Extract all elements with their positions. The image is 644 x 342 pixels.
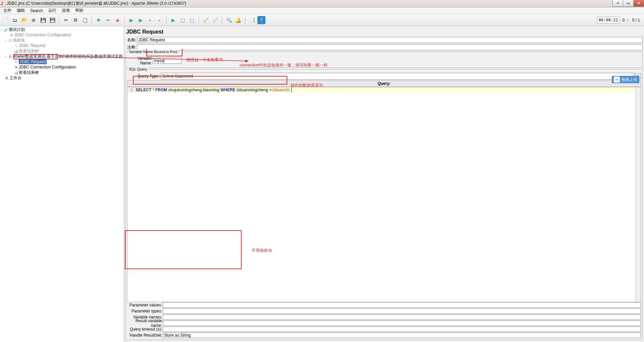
title-bar: J JDBC.jmx (C:\Users\ddq\Desktop\接口测试-je… (0, 0, 644, 7)
param-label: Query timeout (s): (127, 327, 163, 332)
warning-count: 0 ⚠ (623, 18, 630, 22)
menu-options[interactable]: 选项 (60, 7, 72, 14)
save-icon[interactable]: 💾 (39, 16, 47, 24)
param-types-input[interactable] (163, 308, 641, 314)
tree-item[interactable]: 📊 察看结果树 (0, 70, 124, 75)
window-title: JDBC.jmx (C:\Users\ddq\Desktop\接口测试-jeme… (7, 1, 186, 6)
toggle-icon[interactable]: ◆ (113, 16, 121, 24)
templates-icon[interactable]: 🗂 (11, 16, 19, 24)
tree-item[interactable]: 📊 察看结果树 (0, 48, 124, 54)
menu-run[interactable]: 运行 (46, 7, 58, 14)
paste-icon[interactable]: 📋 (81, 16, 89, 24)
param-label: Parameter types: (127, 309, 163, 313)
query-timeout-input[interactable] (163, 327, 641, 332)
menu-search[interactable]: Search (28, 8, 45, 14)
menu-edit[interactable]: 编辑 (15, 7, 27, 14)
app-icon: J (1, 1, 5, 6)
warning-icon: ⚠ (626, 18, 630, 22)
result-variable-input[interactable] (163, 321, 641, 326)
collapse-icon[interactable]: ━ (104, 16, 112, 24)
handle-label: Handle ResultSet: (127, 333, 163, 338)
run-no-timers-icon[interactable]: ▶ (137, 16, 145, 24)
search-icon[interactable]: 🔍 (225, 16, 233, 24)
maximize-button[interactable]: ▭ (623, 0, 634, 7)
remote-shutdown-icon[interactable]: ⬚ (188, 16, 196, 24)
param-label: Parameter values: (127, 303, 163, 307)
handle-resultset-combo[interactable]: Store as String (163, 333, 641, 338)
copy-icon[interactable]: ⧉ (71, 16, 80, 24)
tree-item[interactable]: ✎ JDBC Request (0, 43, 124, 48)
upload-badge[interactable]: ∞ 拖拽上传 (612, 76, 639, 83)
tree-root[interactable]: ◦ 🧪 测试计划 (0, 27, 124, 32)
tree-item[interactable]: ◦ ⚙ 线程组 (0, 38, 124, 43)
group-legend: Variable Name Bound to Pool (128, 50, 178, 54)
toolbar: 📄 🗂 📂 ⊘ 💾 💾 ✂ ⧉ 📋 ✚ ━ ◆ ▶ ▶ ● ● ▶ ⬚ ⬚ 🧹 … (0, 14, 644, 26)
upload-label: 拖拽上传 (621, 77, 637, 83)
open-icon[interactable]: 📂 (20, 16, 28, 24)
clear-icon[interactable]: 🧹 (202, 16, 210, 24)
panel-title: JDBC Request (126, 28, 643, 36)
reset-search-icon[interactable]: 🔔 (234, 16, 242, 24)
new-icon[interactable]: 📄 (1, 16, 9, 24)
query-type-value: Select Statement (162, 74, 193, 79)
elapsed-timer: 00:00:21 (597, 17, 620, 23)
close-button[interactable]: ✕ (633, 0, 644, 7)
shutdown-icon[interactable]: ● (155, 16, 163, 24)
tree-item[interactable]: ✖ JDBC Connection Configuration (0, 64, 124, 70)
query-editor[interactable]: 1 SELECT * FROM shujukumingcheng.biaomin… (127, 87, 641, 302)
variable-names-input[interactable] (163, 314, 641, 320)
variable-name-input[interactable] (153, 58, 182, 64)
name-input[interactable] (137, 37, 643, 43)
tree-item-selected[interactable]: ✎ JDBC Request (0, 59, 124, 64)
run-icon[interactable]: ▶ (127, 16, 135, 24)
comment-input[interactable] (137, 44, 643, 50)
tree-item[interactable]: ◦ ⚙ Jmeter数据库测试-基于JDBC请求实现MySQL数据库测试实践 (0, 54, 124, 59)
menu-help[interactable]: 帮助 (73, 7, 85, 14)
content-pane: JDBC Request 名称: 注释: Variable Name Bound… (124, 26, 644, 342)
minimize-button[interactable]: ━ (612, 0, 623, 7)
comment-label: 注释: (126, 45, 137, 50)
group-sql-query: SQL Query Query Type: Select Statement ▾… (126, 69, 643, 340)
upload-icon: ∞ (614, 77, 620, 83)
tree-workbench[interactable]: 🗎 工作台 (0, 75, 124, 81)
menu-bar: 文件 编辑 Search 运行 选项 帮助 (0, 7, 644, 14)
expand-icon[interactable]: ✚ (95, 16, 103, 24)
help-icon[interactable]: ? (257, 16, 265, 24)
thread-count: 0 / 1 (632, 18, 640, 22)
remote-stop-icon[interactable]: ⬚ (179, 16, 187, 24)
variable-name-label: Variable Name: (127, 56, 153, 65)
param-values-input[interactable] (163, 302, 641, 308)
function-helper-icon[interactable]: 📑 (248, 16, 256, 24)
cut-icon[interactable]: ✂ (62, 16, 70, 24)
query-header: Query: (127, 80, 641, 87)
menu-file[interactable]: 文件 (1, 7, 13, 14)
line-number: 1 (128, 88, 134, 92)
close-icon[interactable]: ⊘ (30, 16, 38, 24)
group-variable-pool: Variable Name Bound to Pool Variable Nam… (126, 52, 643, 68)
scrollbar[interactable] (635, 87, 641, 302)
tree-item[interactable]: ✖ JDBC Connection Configuration (0, 32, 124, 38)
query-type-label: Query Type: (127, 74, 161, 79)
stop-icon[interactable]: ● (146, 16, 154, 24)
tree-pane[interactable]: ◦ 🧪 测试计划 ✖ JDBC Connection Configuration… (0, 26, 124, 342)
param-label: Result variable name: (127, 319, 163, 328)
save-as-icon[interactable]: 💾 (48, 16, 56, 24)
group-legend: SQL Query (128, 67, 148, 71)
name-label: 名称: (126, 37, 137, 43)
clear-all-icon[interactable]: 🧹 (211, 16, 219, 24)
param-rows: Parameter values: Parameter types: Varia… (127, 302, 641, 338)
query-type-combo[interactable]: Select Statement (161, 73, 634, 80)
remote-start-icon[interactable]: ▶ (169, 16, 177, 24)
